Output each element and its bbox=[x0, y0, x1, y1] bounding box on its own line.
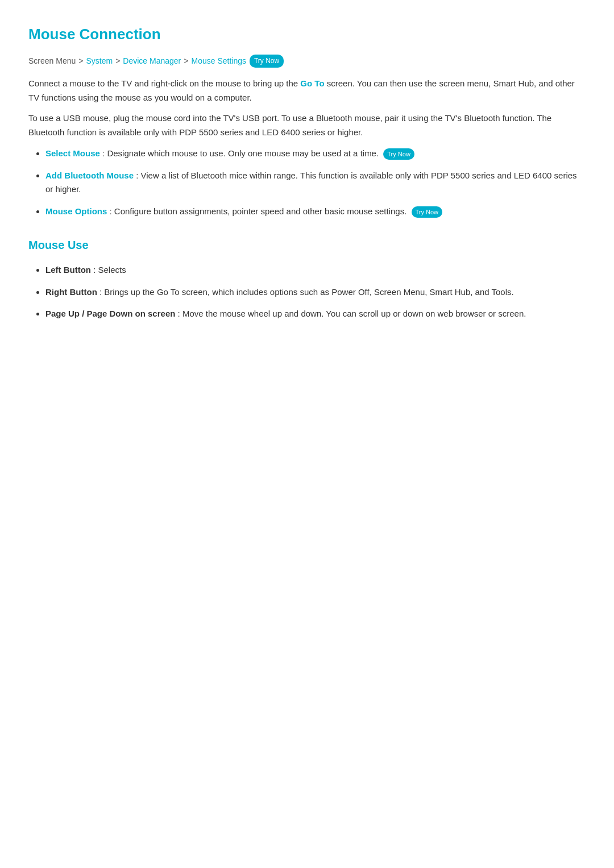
bullet-page-up-down: Page Up / Page Down on screen : Move the… bbox=[45, 307, 586, 321]
page-title: Mouse Connection bbox=[28, 23, 586, 47]
bullet-left-button: Left Button : Selects bbox=[45, 263, 586, 277]
select-mouse-try-now[interactable]: Try Now bbox=[383, 148, 414, 160]
breadcrumb-try-now-badge[interactable]: Try Now bbox=[250, 55, 284, 68]
go-to-link[interactable]: Go To bbox=[300, 78, 324, 88]
mouse-options-text: : Configure button assignments, pointer … bbox=[110, 206, 407, 216]
breadcrumb-link-system[interactable]: System bbox=[86, 55, 113, 67]
intro-para-1: Connect a mouse to the TV and right-clic… bbox=[28, 77, 586, 105]
breadcrumb-link-mouse-settings[interactable]: Mouse Settings bbox=[191, 55, 246, 67]
right-button-text: : Brings up the Go To screen, which incl… bbox=[99, 287, 514, 297]
mouse-options-link[interactable]: Mouse Options bbox=[45, 206, 107, 216]
right-button-label: Right Button bbox=[45, 287, 97, 297]
mouse-use-bullet-list: Left Button : Selects Right Button : Bri… bbox=[28, 263, 586, 321]
bullet-add-bluetooth-mouse: Add Bluetooth Mouse : View a list of Blu… bbox=[45, 169, 586, 197]
breadcrumb-separator-3: > bbox=[184, 55, 188, 67]
breadcrumb-link-device-manager[interactable]: Device Manager bbox=[123, 55, 181, 67]
breadcrumb: Screen Menu > System > Device Manager > … bbox=[28, 55, 586, 68]
breadcrumb-separator-1: > bbox=[78, 55, 83, 67]
bullet-select-mouse: Select Mouse : Designate which mouse to … bbox=[45, 147, 586, 161]
breadcrumb-screen-menu: Screen Menu bbox=[28, 55, 76, 67]
left-button-label: Left Button bbox=[45, 265, 91, 275]
add-bluetooth-mouse-link[interactable]: Add Bluetooth Mouse bbox=[45, 171, 134, 180]
page-up-down-label: Page Up / Page Down on screen bbox=[45, 309, 175, 318]
select-mouse-link[interactable]: Select Mouse bbox=[45, 148, 100, 158]
left-button-text: : Selects bbox=[93, 265, 126, 275]
mouse-use-section-title: Mouse Use bbox=[28, 236, 586, 254]
bullet-mouse-options: Mouse Options : Configure button assignm… bbox=[45, 205, 586, 219]
connection-bullet-list: Select Mouse : Designate which mouse to … bbox=[28, 147, 586, 219]
bullet-right-button: Right Button : Brings up the Go To scree… bbox=[45, 285, 586, 300]
intro-para-2: To use a USB mouse, plug the mouse cord … bbox=[28, 111, 586, 140]
select-mouse-text: : Designate which mouse to use. Only one… bbox=[102, 148, 379, 158]
page-up-down-text: : Move the mouse wheel up and down. You … bbox=[178, 309, 526, 318]
mouse-options-try-now[interactable]: Try Now bbox=[412, 206, 443, 218]
breadcrumb-separator-2: > bbox=[115, 55, 120, 67]
